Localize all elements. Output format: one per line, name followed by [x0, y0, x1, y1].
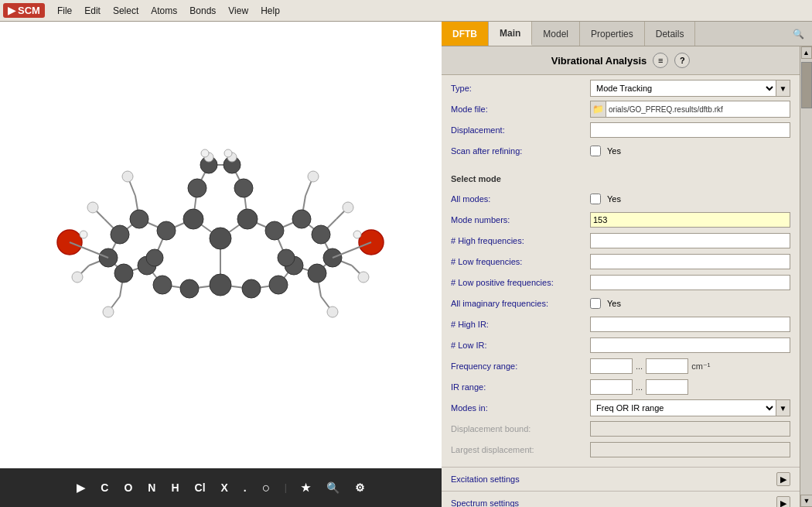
menu-icon[interactable]: ≡ [653, 53, 668, 68]
high-ir-input[interactable] [590, 317, 790, 332]
modes-in-label: Modes in: [451, 403, 590, 413]
toolbar-cl[interactable]: Cl [192, 480, 209, 495]
scrollbar-up[interactable]: ▲ [801, 46, 812, 59]
mode-file-control: 📁 orials/GO_PFREQ.results/dftb.rkf [590, 101, 790, 118]
scm-logo[interactable]: ▶ SCM [3, 3, 45, 18]
type-dropdown[interactable]: Mode Tracking ▼ [590, 80, 790, 97]
freq-range-to[interactable] [646, 358, 688, 374]
modes-in-dropdown[interactable]: Freq OR IR range Freq AND IR range ▼ [590, 399, 790, 416]
largest-displacement-label: Largest displacement: [451, 445, 590, 454]
low-ir-input[interactable] [590, 337, 790, 353]
freq-range-from[interactable] [590, 358, 633, 374]
menu-file[interactable]: File [53, 4, 77, 18]
menu-atoms[interactable]: Atoms [146, 4, 182, 18]
all-imaginary-yes: Yes [607, 299, 621, 308]
svg-point-50 [157, 221, 176, 240]
menu-help[interactable]: Help [256, 4, 285, 18]
type-dropdown-arrow[interactable]: ▼ [776, 81, 790, 96]
all-imaginary-checkbox[interactable] [590, 298, 601, 309]
all-modes-checkbox[interactable] [590, 194, 601, 204]
menu-view[interactable]: View [223, 4, 253, 18]
low-ir-control [590, 337, 790, 353]
scrollbar-down[interactable]: ▼ [800, 495, 812, 507]
toolbar-settings[interactable]: ⚙ [352, 480, 368, 495]
toolbar-search[interactable]: 🔍 [323, 480, 343, 495]
menu-bonds[interactable]: Bonds [185, 4, 220, 18]
help-icon[interactable]: ? [674, 53, 690, 68]
modes-in-select[interactable]: Freq OR IR range Freq AND IR range [591, 402, 776, 414]
logo-text: SCM [18, 5, 40, 16]
toolbar-c[interactable]: C [97, 480, 111, 495]
low-ir-row: # Low IR: [451, 337, 790, 354]
largest-displacement-row: Largest displacement: [451, 441, 790, 458]
displacement-bound-row: Displacement bound: [451, 420, 790, 437]
tab-dftb[interactable]: DFTB [442, 22, 489, 46]
spectrum-settings-label: Spectrum settings [451, 498, 519, 507]
tab-search-icon[interactable]: 🔍 [785, 22, 812, 46]
freq-unit: cm⁻¹ [691, 361, 710, 372]
toolbar-n[interactable]: N [145, 480, 159, 495]
low-pos-freq-row: # Low positive frequencies: [451, 274, 790, 291]
all-imaginary-label: All imaginary frequencies: [451, 299, 590, 308]
low-pos-freq-input[interactable] [590, 275, 790, 290]
high-freq-row: # High frequencies: [451, 232, 790, 249]
svg-point-88 [224, 149, 232, 157]
ir-range-label: IR range: [451, 382, 590, 392]
svg-point-63 [278, 249, 295, 266]
bottom-toolbar: ▶ C O N H Cl X . ○ | ★ 🔍 ⚙ [0, 468, 442, 507]
ir-range-to[interactable] [646, 379, 688, 395]
svg-point-67 [242, 279, 261, 298]
scrollbar-thumb[interactable] [801, 62, 812, 108]
displacement-bound-input [590, 421, 790, 437]
tab-model[interactable]: Model [532, 22, 580, 46]
menu-edit[interactable]: Edit [80, 4, 105, 18]
toolbar-o[interactable]: O [121, 480, 135, 495]
ir-range-from[interactable] [590, 379, 633, 395]
high-freq-input[interactable] [590, 233, 790, 248]
high-ir-label: # High IR: [451, 320, 590, 329]
excitation-settings-section[interactable]: Excitation settings ▶ [442, 467, 800, 491]
toolbar-h[interactable]: H [168, 480, 182, 495]
low-freq-row: # Low frequencies: [451, 253, 790, 270]
mode-numbers-control [590, 212, 790, 228]
toolbar-star[interactable]: ★ [298, 480, 314, 495]
toolbar-ring[interactable]: ○ [259, 478, 274, 498]
displacement-input[interactable] [590, 122, 790, 138]
svg-point-62 [146, 249, 163, 266]
spectrum-settings-arrow[interactable]: ▶ [776, 496, 790, 507]
low-freq-label: # Low frequencies: [451, 257, 590, 266]
high-freq-label: # High frequencies: [451, 236, 590, 245]
excitation-settings-arrow[interactable]: ▶ [776, 472, 790, 486]
svg-point-47 [210, 228, 231, 249]
ir-range-control: ... [590, 379, 790, 395]
svg-point-82 [327, 307, 338, 317]
type-select[interactable]: Mode Tracking [591, 82, 776, 94]
scan-after-refining-checkbox[interactable] [590, 146, 601, 156]
menu-select[interactable]: Select [108, 4, 143, 18]
tab-details[interactable]: Details [645, 22, 696, 46]
mode-numbers-input[interactable] [590, 212, 790, 228]
toolbar-cursor[interactable]: ▶ [73, 480, 88, 495]
high-ir-row: # High IR: [451, 316, 790, 333]
freq-range-dots: ... [636, 361, 643, 371]
toolbar-x[interactable]: X [218, 480, 231, 495]
tab-main[interactable]: Main [489, 22, 532, 46]
type-row: Type: Mode Tracking ▼ [451, 80, 790, 97]
scan-after-refining-row: Scan after refining: Yes [451, 142, 790, 159]
toolbar-dot[interactable]: . [241, 480, 250, 495]
vibrational-title: Vibrational Analysis [551, 55, 647, 67]
svg-point-58 [114, 264, 133, 283]
high-freq-control [590, 233, 790, 248]
modes-in-arrow[interactable]: ▼ [776, 400, 790, 416]
svg-point-90 [353, 231, 361, 238]
select-mode-label: Select mode [451, 174, 501, 183]
mode-file-input[interactable]: 📁 orials/GO_PFREQ.results/dftb.rkf [590, 101, 790, 118]
file-browse-btn[interactable]: 📁 [591, 101, 606, 117]
low-freq-input[interactable] [590, 254, 790, 269]
spectrum-settings-section[interactable]: Spectrum settings ▶ [442, 491, 800, 507]
svg-point-52 [130, 210, 148, 228]
tab-properties[interactable]: Properties [580, 22, 645, 46]
all-imaginary-row: All imaginary frequencies: Yes [451, 295, 790, 312]
svg-point-66 [180, 279, 199, 298]
vibrational-header: Vibrational Analysis ≡ ? [442, 46, 800, 75]
